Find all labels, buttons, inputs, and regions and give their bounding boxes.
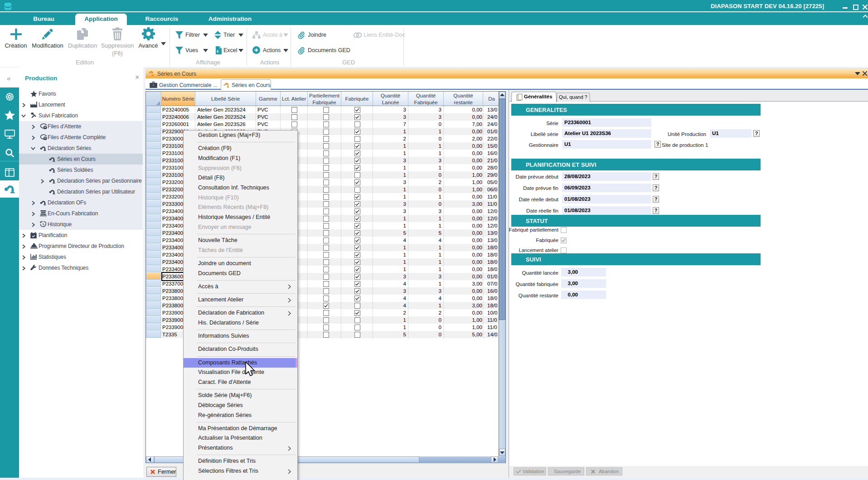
svg-text:x: x: [216, 49, 218, 53]
